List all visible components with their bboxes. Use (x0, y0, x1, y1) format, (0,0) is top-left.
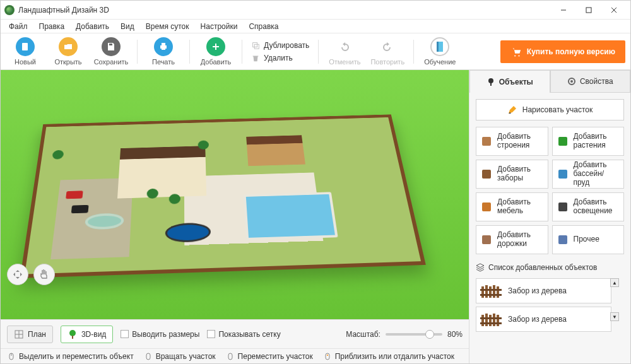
mouse-icon (7, 352, 16, 361)
category-button-2[interactable]: Добавить заборы (476, 160, 548, 189)
plan-icon (14, 329, 24, 339)
svg-rect-21 (228, 353, 232, 360)
category-button-5[interactable]: Добавить освещение (552, 192, 625, 221)
category-icon (480, 233, 493, 246)
category-button-7[interactable]: Прочее (552, 225, 625, 254)
svg-rect-1 (586, 8, 591, 13)
svg-rect-41 (480, 289, 502, 291)
window-title: Ландшафтный Дизайн 3D (18, 6, 551, 15)
svg-rect-29 (558, 137, 567, 146)
svg-rect-7 (162, 43, 165, 45)
plan-tab[interactable]: План (7, 326, 53, 343)
svg-rect-25 (490, 83, 492, 86)
svg-rect-31 (558, 170, 567, 179)
maximize-button[interactable] (576, 1, 601, 19)
category-icon (557, 135, 569, 148)
svg-rect-4 (22, 43, 28, 50)
category-grid: Добавить строенияДобавить растенияДобави… (476, 127, 624, 254)
fence-icon (480, 283, 503, 299)
learn-button[interactable]: Обучение (420, 37, 459, 66)
minimize-button[interactable] (551, 1, 576, 19)
object-item[interactable]: Забор из дерева (476, 278, 611, 303)
save-button[interactable]: Сохранить (91, 37, 131, 66)
svg-rect-28 (482, 137, 491, 146)
draw-plot-button[interactable]: Нарисовать участок (476, 99, 624, 120)
svg-rect-36 (481, 286, 484, 298)
svg-rect-43 (481, 315, 484, 326)
scale-slider[interactable] (386, 333, 442, 336)
category-icon (557, 201, 569, 213)
scroll-down-button[interactable]: ▼ (610, 312, 619, 321)
mouse-icon (226, 352, 235, 361)
status-select: Выделить и переместить объект (7, 352, 134, 361)
svg-rect-49 (480, 322, 502, 324)
pan-button[interactable] (33, 264, 55, 285)
status-move: Переместить участок (226, 352, 313, 361)
svg-rect-9 (253, 42, 257, 47)
menu-bar: Файл Правка Добавить Вид Время суток Нас… (1, 20, 630, 33)
object-item[interactable]: Забор из дерева (476, 307, 611, 332)
orbit-button[interactable] (7, 264, 28, 285)
category-button-0[interactable]: Добавить строения (476, 127, 548, 156)
svg-rect-47 (497, 315, 499, 326)
3d-view-tab[interactable]: 3D-вид (61, 326, 113, 343)
svg-point-23 (327, 355, 328, 356)
toolbar: Новый Открыть Сохранить Печать Добавить … (1, 33, 630, 70)
tab-objects[interactable]: Объекты (469, 70, 550, 93)
svg-rect-38 (489, 286, 492, 298)
menu-edit[interactable]: Правка (33, 21, 71, 32)
view-bottom-bar: План 3D-вид Выводить размеры Показывать … (1, 319, 469, 348)
fence-icon (480, 311, 503, 327)
delete-button[interactable]: Удалить (249, 52, 312, 64)
menu-time[interactable]: Время суток (140, 21, 195, 32)
scroll-up-button[interactable]: ▲ (610, 278, 619, 287)
duplicate-button[interactable]: Дублировать (249, 40, 312, 51)
mouse-icon (144, 352, 153, 361)
buy-full-version-button[interactable]: Купить полную версию (500, 40, 625, 63)
svg-rect-5 (109, 44, 112, 45)
category-button-4[interactable]: Добавить мебель (476, 192, 548, 221)
scale-label: Масштаб: (346, 330, 380, 339)
open-button[interactable]: Открыть (49, 37, 88, 66)
title-bar: Ландшафтный Дизайн 3D (1, 1, 630, 20)
tree-icon (68, 329, 78, 339)
category-button-1[interactable]: Добавить растения (552, 127, 625, 156)
svg-rect-8 (162, 48, 165, 50)
new-button[interactable]: Новый (6, 37, 45, 66)
side-panel: Объекты Свойства Нарисовать участок Доба… (469, 70, 630, 363)
main-area: План 3D-вид Выводить размеры Показывать … (1, 70, 630, 363)
mouse-scroll-icon (323, 352, 332, 361)
layers-icon (476, 263, 485, 272)
category-icon (480, 168, 493, 180)
undo-button[interactable]: Отменить (325, 37, 364, 66)
redo-button[interactable]: Повторить (368, 37, 407, 66)
pencil-icon (507, 105, 517, 115)
category-icon (557, 168, 569, 180)
canvas-3d[interactable] (1, 70, 469, 319)
svg-rect-22 (326, 353, 329, 360)
print-button[interactable]: Печать (144, 37, 183, 66)
menu-file[interactable]: Файл (3, 21, 33, 32)
svg-rect-10 (254, 44, 259, 49)
show-grid-checkbox[interactable]: Показывать сетку (207, 330, 280, 339)
status-rotate: Вращать участок (144, 352, 216, 361)
category-button-3[interactable]: Добавить бассейн/пруд (552, 160, 625, 189)
svg-rect-12 (437, 42, 439, 52)
category-icon (480, 201, 493, 213)
gear-icon (567, 77, 576, 86)
svg-point-16 (69, 330, 76, 336)
close-button[interactable] (601, 1, 627, 19)
menu-view[interactable]: Вид (115, 21, 140, 32)
show-dimensions-checkbox[interactable]: Выводить размеры (121, 330, 199, 339)
menu-add[interactable]: Добавить (70, 21, 115, 32)
add-button[interactable]: Добавить (196, 37, 235, 66)
scale-value: 80% (447, 330, 463, 339)
category-button-6[interactable]: Добавить дорожки (476, 225, 548, 254)
menu-settings[interactable]: Настройки (195, 21, 244, 32)
category-icon (557, 233, 569, 246)
menu-help[interactable]: Справка (243, 21, 284, 32)
tab-properties[interactable]: Свойства (550, 70, 631, 93)
category-icon (480, 135, 493, 148)
object-list-header: Список добавленных объектов (476, 263, 624, 272)
svg-rect-30 (482, 170, 491, 179)
